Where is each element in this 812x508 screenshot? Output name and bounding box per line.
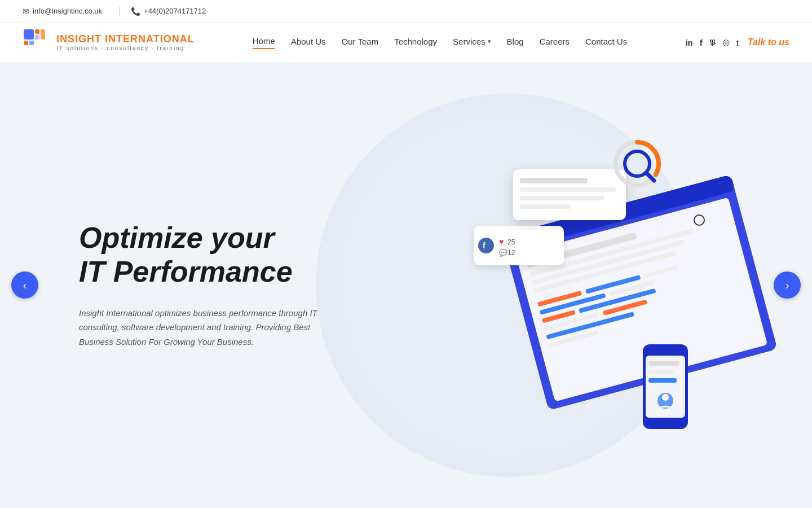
- chevron-right-icon: ›: [785, 279, 789, 292]
- nav-home[interactable]: Home: [253, 36, 275, 49]
- nav-careers[interactable]: Careers: [540, 37, 570, 49]
- instagram-icon[interactable]: ◎: [722, 37, 730, 47]
- facebook-icon[interactable]: f: [700, 38, 703, 47]
- svg-rect-38: [520, 204, 571, 209]
- logo-subtitle: IT solutions · consultancy · training: [56, 45, 195, 51]
- top-bar: ✉ info@insightinc.co.uk 📞 +44(0)20741717…: [0, 0, 812, 23]
- mail-icon: ✉: [23, 7, 29, 16]
- svg-line-49: [647, 173, 654, 181]
- services-chevron-icon: ▾: [488, 38, 491, 45]
- phone-number: +44(0)2074171712: [144, 7, 206, 15]
- hero-content: Optimize your IT Performance Insight Int…: [0, 221, 327, 349]
- header-right: in f 𝕻 ◎ t Talk to us: [685, 37, 789, 47]
- social-icons: in f 𝕻 ◎ t: [685, 37, 739, 47]
- logo-text: INSIGHT INTERNATIONAL IT solutions · con…: [56, 33, 195, 51]
- tumblr-icon[interactable]: t: [736, 38, 739, 47]
- nav-our-team[interactable]: Our Team: [342, 37, 379, 49]
- svg-text:♥: ♥: [499, 237, 504, 246]
- carousel-next-button[interactable]: ›: [774, 271, 801, 299]
- nav-services[interactable]: Services ▾: [453, 37, 491, 49]
- hero-illustration: f ♥ 25 💬 12: [400, 90, 795, 485]
- logo-title: INSIGHT INTERNATIONAL: [56, 33, 195, 45]
- svg-text:12: 12: [508, 249, 515, 257]
- hero-description: Insight International optimizes business…: [79, 306, 327, 349]
- hero-section: ‹ Optimize your IT Performance Insight I…: [0, 62, 812, 508]
- svg-text:💬: 💬: [499, 248, 508, 257]
- email-contact[interactable]: ✉ info@insightinc.co.uk: [23, 7, 102, 16]
- nav-about-us[interactable]: About Us: [291, 37, 326, 49]
- svg-rect-42: [648, 370, 674, 374]
- svg-rect-3: [35, 29, 39, 34]
- nav-technology[interactable]: Technology: [394, 37, 437, 49]
- phone-icon: 📞: [131, 7, 140, 16]
- svg-rect-2: [29, 41, 34, 45]
- svg-rect-37: [520, 196, 604, 200]
- svg-rect-5: [41, 29, 45, 40]
- svg-rect-36: [520, 187, 616, 192]
- svg-text:25: 25: [508, 238, 515, 246]
- svg-rect-41: [648, 361, 679, 366]
- pinterest-icon[interactable]: 𝕻: [709, 37, 716, 47]
- hero-heading: Optimize your IT Performance: [79, 221, 327, 289]
- nav-contact-us[interactable]: Contact Us: [585, 37, 627, 49]
- nav-blog[interactable]: Blog: [507, 37, 524, 49]
- svg-rect-35: [520, 178, 588, 183]
- phone-contact[interactable]: 📞 +44(0)2074171712: [119, 7, 206, 16]
- svg-text:f: f: [483, 241, 486, 250]
- svg-point-28: [478, 238, 494, 253]
- svg-rect-1: [24, 41, 28, 45]
- svg-rect-43: [648, 378, 677, 383]
- svg-rect-0: [24, 29, 34, 40]
- dot-indicator: [694, 214, 705, 226]
- linkedin-icon[interactable]: in: [685, 38, 692, 47]
- main-nav: Home About Us Our Team Technology Servic…: [253, 36, 627, 49]
- chevron-left-icon: ‹: [23, 279, 27, 292]
- svg-point-45: [662, 394, 669, 401]
- svg-rect-34: [513, 169, 626, 220]
- talk-to-us-button[interactable]: Talk to us: [748, 37, 789, 47]
- carousel-prev-button[interactable]: ‹: [11, 271, 38, 299]
- logo[interactable]: INSIGHT INTERNATIONAL IT solutions · con…: [23, 28, 195, 56]
- logo-icon: [23, 28, 51, 56]
- site-header: INSIGHT INTERNATIONAL IT solutions · con…: [0, 23, 812, 62]
- email-address: info@insightinc.co.uk: [33, 7, 102, 15]
- svg-rect-4: [35, 35, 39, 40]
